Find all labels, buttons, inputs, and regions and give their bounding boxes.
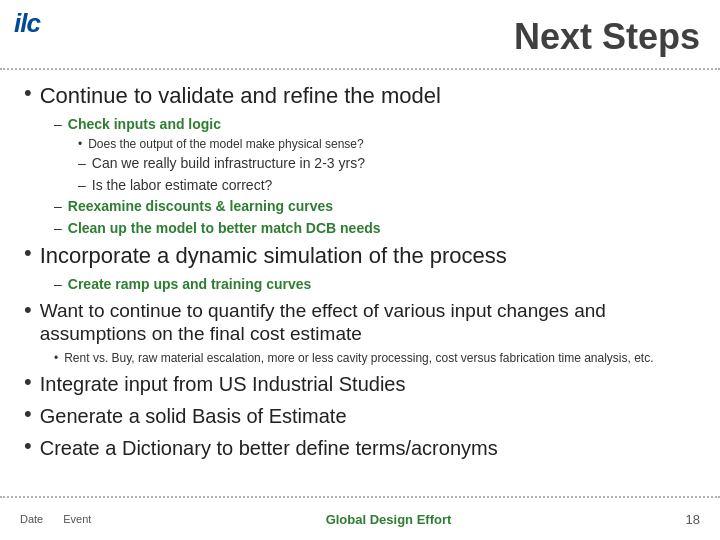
dash-1: – [54,116,62,132]
bullet-6: • Create a Dictionary to better define t… [24,435,696,461]
header: ilc Next Steps [0,0,720,68]
bullet-1-subs: – Check inputs and logic • Does the outp… [54,115,696,239]
bullet-5-symbol: • [24,401,32,427]
bullet-3-text: Want to continue to quantify the effect … [40,299,696,347]
logo: ilc [14,10,74,65]
bullet-1-sub3: – Clean up the model to better match DCB… [54,219,696,239]
footer: Date Event Global Design Effort 18 [0,498,720,540]
bullet-1-sub2: – Reexamine discounts & learning curves [54,197,696,217]
bullet-1-sub1-text: Check inputs and logic [68,115,221,135]
bullet-l3-1: • [78,137,82,151]
bullet-1-sub1-item1: • Does the output of the model make phys… [78,136,696,153]
logo-text: ilc [14,10,74,36]
bullet-5-text: Generate a solid Basis of Estimate [40,403,347,429]
dash-l3-2: – [78,177,86,193]
footer-center-text: Global Design Effort [326,512,452,527]
bullet-1-sub1-sub1: – Can we really build infrastructure in … [78,154,696,174]
bullet-1-sub1-sub2: – Is the labor estimate correct? [78,176,696,196]
bullet-1-sub1-items: • Does the output of the model make phys… [78,136,696,195]
footer-left: Date Event [20,513,91,525]
bullet-3-sub1: • Rent vs. Buy, raw material escalation,… [54,350,696,367]
footer-event: Event [63,513,91,525]
footer-center: Global Design Effort [91,510,685,528]
bullet-2: • Incorporate a dynamic simulation of th… [24,242,696,271]
bullet-2-text: Incorporate a dynamic simulation of the … [40,242,507,271]
bullet-3-subs: • Rent vs. Buy, raw material escalation,… [54,350,696,367]
bullet-1-sub1: – Check inputs and logic [54,115,696,135]
bullet-2-symbol: • [24,240,32,266]
bullet-4: • Integrate input from US Industrial Stu… [24,371,696,397]
dash-2: – [54,198,62,214]
top-divider [0,68,720,70]
bullet-2-subs: – Create ramp ups and training curves [54,275,696,295]
main-content: • Continue to validate and refine the mo… [0,68,720,475]
bullet-2-sub1-text: Create ramp ups and training curves [68,275,312,295]
slide: ilc Next Steps • Continue to validate an… [0,0,720,540]
bullet-6-text: Create a Dictionary to better define ter… [40,435,498,461]
bullet-1-text: Continue to validate and refine the mode… [40,82,441,111]
bullet-1-sub3-text: Clean up the model to better match DCB n… [68,219,381,239]
bullet-6-symbol: • [24,433,32,459]
bullet-4-text: Integrate input from US Industrial Studi… [40,371,406,397]
bullet-1-sub1-item1-text: Does the output of the model make physic… [88,136,364,153]
bullet-3-symbol: • [24,297,32,323]
bullet-2-sub1: – Create ramp ups and training curves [54,275,696,295]
bullet-1-sub1-sub1-text: Can we really build infrastructure in 2-… [92,154,365,174]
bullet-1-sub2-text: Reexamine discounts & learning curves [68,197,333,217]
footer-page-number: 18 [686,512,700,527]
bullet-3-sub1-text: Rent vs. Buy, raw material escalation, m… [64,350,653,367]
bullet-1-sub1-sub2-text: Is the labor estimate correct? [92,176,273,196]
bullet-3: • Want to continue to quantify the effec… [24,299,696,347]
page-title: Next Steps [514,16,700,58]
bullet-small-1: • [54,351,58,365]
dash-4: – [54,276,62,292]
bullet-5: • Generate a solid Basis of Estimate [24,403,696,429]
bullet-1: • Continue to validate and refine the mo… [24,82,696,111]
dash-3: – [54,220,62,236]
bullet-1-symbol: • [24,80,32,106]
footer-date: Date [20,513,43,525]
bullet-4-symbol: • [24,369,32,395]
dash-l3-1: – [78,155,86,171]
